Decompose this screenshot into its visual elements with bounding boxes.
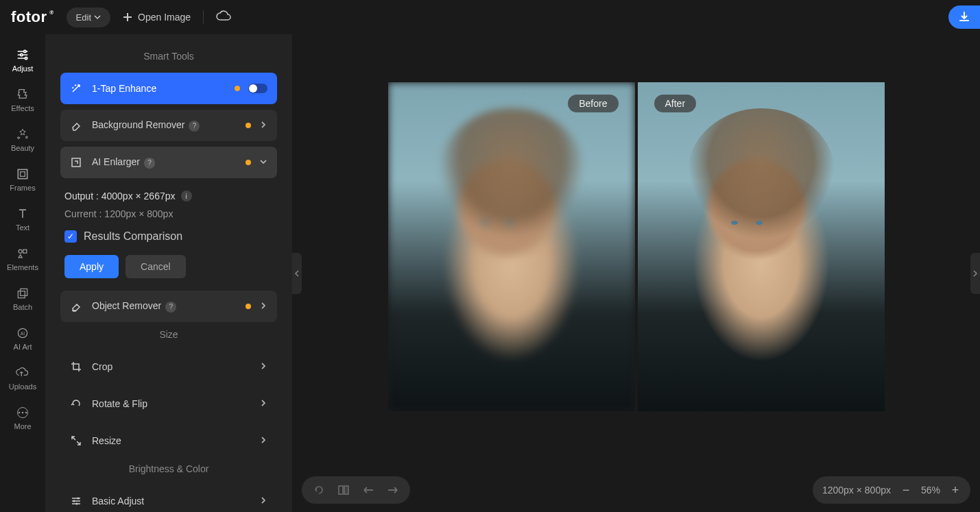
svg-rect-3 — [18, 169, 27, 178]
svg-rect-4 — [21, 172, 25, 177]
tool-background-remover[interactable]: Background Remover? — [60, 110, 277, 141]
svg-point-2 — [25, 57, 27, 59]
nav-ai-art[interactable]: AI AI Art — [0, 321, 45, 356]
rotate-icon — [70, 398, 82, 410]
elements-icon — [16, 247, 29, 260]
prev-button[interactable] — [362, 485, 374, 495]
nav-more[interactable]: More — [0, 400, 45, 436]
svg-rect-7 — [18, 291, 25, 298]
canvas-dimensions: 1200px × 800px — [822, 485, 891, 496]
zoom-out-button[interactable]: − — [900, 483, 911, 498]
next-button[interactable] — [387, 485, 399, 495]
before-image: Before — [388, 82, 635, 411]
svg-rect-20 — [344, 486, 348, 494]
svg-text:AI: AI — [21, 331, 25, 336]
compare-button[interactable] — [337, 484, 350, 496]
separator — [203, 10, 204, 24]
sliders-icon — [70, 495, 82, 507]
after-image: After — [638, 82, 885, 411]
brightness-title: Brightness & Color — [60, 463, 277, 474]
nav-beauty[interactable]: Beauty — [0, 122, 45, 158]
tool-crop[interactable]: Crop — [60, 351, 277, 382]
tool-1tap-enhance[interactable]: 1-Tap Enhance — [60, 73, 277, 104]
zoom-level: 56% — [921, 485, 940, 496]
tool-resize[interactable]: Resize — [60, 425, 277, 456]
help-icon[interactable]: ? — [144, 158, 155, 169]
comparison-view: Before After — [388, 82, 885, 411]
cloud-icon — [216, 10, 231, 21]
help-icon[interactable]: ? — [165, 302, 176, 313]
enlarge-icon — [70, 156, 82, 169]
current-label: Current : 1200px × 800px — [64, 208, 273, 219]
premium-dot — [246, 123, 251, 128]
help-icon[interactable]: ? — [189, 121, 200, 132]
tool-object-remover[interactable]: Object Remover? — [60, 291, 277, 322]
svg-rect-15 — [72, 158, 80, 167]
before-tag: Before — [568, 95, 618, 112]
collapse-panel-button[interactable] — [292, 253, 302, 294]
svg-point-17 — [73, 500, 75, 502]
chevron-right-icon — [259, 119, 267, 132]
chevron-down-icon — [94, 14, 101, 21]
results-comparison-label: Results Comparison — [84, 230, 182, 243]
download-button[interactable] — [948, 5, 980, 29]
effects-icon — [16, 88, 29, 101]
apply-button[interactable]: Apply — [64, 255, 119, 278]
svg-point-11 — [19, 412, 21, 414]
left-nav: Adjust Effects Beauty Frames Text Elemen… — [0, 34, 45, 512]
plus-icon — [123, 12, 132, 22]
results-comparison-checkbox[interactable]: ✓ — [64, 230, 77, 243]
nav-frames[interactable]: Frames — [0, 162, 45, 197]
more-icon — [16, 406, 29, 419]
frames-icon — [16, 167, 29, 181]
chevron-right-icon — [259, 300, 267, 313]
nav-effects[interactable]: Effects — [0, 82, 45, 118]
nav-batch[interactable]: Batch — [0, 281, 45, 317]
enhance-toggle[interactable] — [248, 84, 267, 93]
batch-icon — [16, 287, 29, 300]
size-title: Size — [60, 329, 277, 340]
crop-icon — [70, 361, 82, 373]
svg-point-5 — [19, 249, 22, 253]
chevron-left-icon — [294, 269, 300, 278]
tool-rotate-flip[interactable]: Rotate & Flip — [60, 388, 277, 419]
adjust-panel: Smart Tools 1-Tap Enhance Background Rem… — [45, 34, 292, 512]
ai-enlarger-body: Output : 4000px × 2667px i Current : 120… — [60, 184, 277, 291]
premium-dot — [235, 86, 240, 91]
logo: fotor® — [11, 8, 54, 26]
open-image-button[interactable]: Open Image — [123, 12, 191, 23]
beauty-icon — [16, 127, 29, 141]
info-icon[interactable]: i — [181, 191, 192, 202]
svg-point-18 — [76, 503, 78, 505]
nav-elements[interactable]: Elements — [0, 241, 45, 277]
expand-right-button[interactable] — [970, 253, 980, 294]
cancel-button[interactable]: Cancel — [126, 255, 186, 278]
top-bar: fotor® Edit Open Image — [0, 0, 980, 34]
resize-icon — [70, 435, 82, 447]
adjust-icon — [16, 48, 29, 62]
premium-dot — [246, 160, 251, 165]
nav-adjust[interactable]: Adjust — [0, 42, 45, 78]
undo-button[interactable] — [313, 484, 325, 496]
ai-art-icon: AI — [16, 326, 29, 340]
nav-text[interactable]: Text — [0, 202, 45, 237]
chevron-right-icon — [259, 435, 267, 447]
svg-point-12 — [22, 412, 24, 414]
cloud-button[interactable] — [216, 10, 231, 24]
svg-point-13 — [25, 412, 27, 414]
after-tag: After — [654, 95, 697, 112]
chevron-right-icon — [259, 495, 267, 507]
tool-basic-adjust[interactable]: Basic Adjust — [60, 485, 277, 512]
zoom-in-button[interactable]: + — [950, 483, 961, 498]
tool-ai-enlarger[interactable]: AI Enlarger? — [60, 147, 277, 178]
download-icon — [958, 11, 970, 23]
svg-point-1 — [21, 53, 23, 56]
premium-dot — [246, 304, 251, 309]
edit-dropdown[interactable]: Edit — [67, 8, 110, 27]
svg-rect-8 — [21, 289, 27, 295]
eraser-icon — [70, 119, 82, 132]
svg-rect-6 — [23, 249, 27, 253]
svg-point-16 — [77, 498, 80, 500]
nav-uploads[interactable]: Uploads — [0, 361, 45, 396]
chevron-right-icon — [259, 398, 267, 410]
